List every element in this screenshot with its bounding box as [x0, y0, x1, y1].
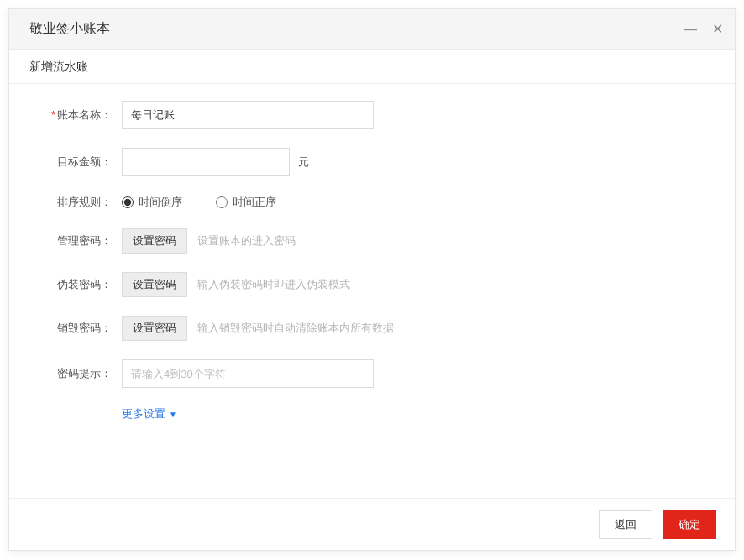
radio-time-asc[interactable]: 时间正序	[216, 195, 276, 210]
currency-unit: 元	[298, 154, 309, 170]
row-target-amount: 目标金额： 元	[29, 148, 715, 176]
label-sort-rule: 排序规则：	[29, 195, 122, 210]
back-button[interactable]: 返回	[599, 510, 652, 539]
radio-time-desc[interactable]: 时间倒序	[122, 195, 182, 210]
password-hint-input[interactable]	[122, 359, 374, 388]
target-amount-input[interactable]	[122, 148, 290, 176]
ledger-name-input[interactable]	[122, 101, 374, 129]
confirm-button[interactable]: 确定	[663, 510, 716, 539]
label-destroy-password: 销毁密码：	[29, 321, 122, 336]
titlebar: 敬业签小账本 — ✕	[9, 9, 735, 50]
window-controls: — ✕	[684, 23, 723, 36]
radio-time-asc-input[interactable]	[216, 196, 228, 208]
fake-password-hint: 输入伪装密码时即进入伪装模式	[197, 277, 350, 292]
row-sort-rule: 排序规则： 时间倒序 时间正序	[29, 195, 715, 210]
admin-password-hint: 设置账本的进入密码	[197, 233, 296, 249]
label-password-hint: 密码提示：	[29, 366, 122, 381]
label-target-amount: 目标金额：	[29, 154, 122, 170]
more-settings-link[interactable]: 更多设置 ▼	[122, 406, 177, 421]
dialog-footer: 返回 确定	[9, 498, 735, 550]
titlebar-title: 敬业签小账本	[29, 20, 110, 38]
row-more-settings: 更多设置 ▼	[29, 406, 715, 421]
form-area: *账本名称： 目标金额： 元 排序规则： 时间倒序 时间正序	[9, 84, 735, 498]
radio-time-desc-input[interactable]	[122, 196, 134, 208]
radio-time-asc-label: 时间正序	[233, 195, 276, 210]
row-fake-password: 伪装密码： 设置密码 输入伪装密码时即进入伪装模式	[29, 272, 715, 297]
row-destroy-password: 销毁密码： 设置密码 输入销毁密码时自动清除账本内所有数据	[29, 316, 715, 341]
dialog-window: 敬业签小账本 — ✕ 新增流水账 *账本名称： 目标金额： 元 排序规则： 时间…	[8, 8, 736, 551]
more-settings-text: 更多设置	[122, 406, 165, 421]
subheader: 新增流水账	[9, 50, 735, 84]
label-ledger-name: *账本名称：	[29, 107, 122, 123]
row-admin-password: 管理密码： 设置密码 设置账本的进入密码	[29, 228, 715, 254]
required-icon: *	[51, 108, 55, 121]
row-ledger-name: *账本名称：	[29, 101, 715, 129]
close-icon[interactable]: ✕	[712, 23, 723, 36]
set-fake-password-button[interactable]: 设置密码	[122, 272, 187, 297]
set-destroy-password-button[interactable]: 设置密码	[122, 316, 187, 341]
row-password-hint: 密码提示：	[29, 359, 715, 388]
destroy-password-hint: 输入销毁密码时自动清除账本内所有数据	[197, 321, 394, 336]
minimize-icon[interactable]: —	[684, 23, 697, 36]
sort-radio-group: 时间倒序 时间正序	[122, 195, 276, 210]
chevron-down-icon: ▼	[169, 410, 177, 419]
radio-time-desc-label: 时间倒序	[139, 195, 182, 210]
set-admin-password-button[interactable]: 设置密码	[122, 228, 187, 254]
label-admin-password: 管理密码：	[29, 233, 122, 249]
label-fake-password: 伪装密码：	[29, 277, 122, 292]
